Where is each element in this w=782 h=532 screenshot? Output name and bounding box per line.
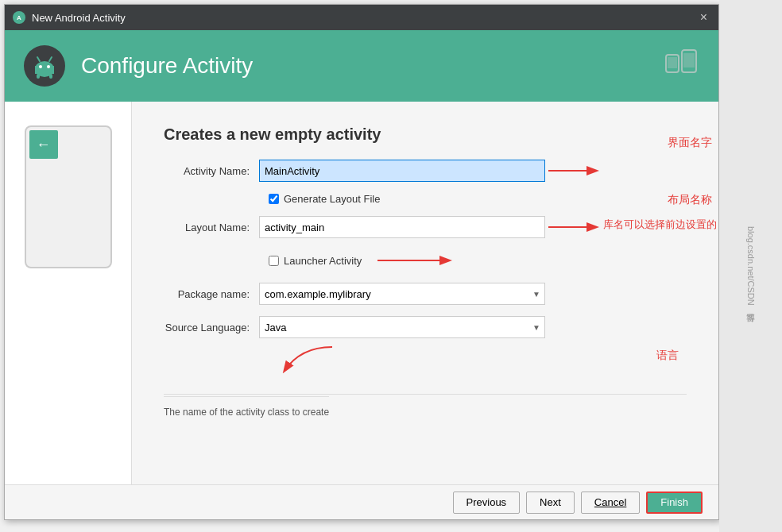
svg-point-5 <box>47 65 50 68</box>
hint-text: The name of the activity class to create <box>164 396 329 418</box>
hint-area: The name of the activity class to create <box>164 394 687 418</box>
ann-language-label: 语言 <box>656 349 679 361</box>
ann-layout-label: 布局名称 <box>668 193 712 206</box>
svg-rect-13 <box>668 57 677 68</box>
close-button[interactable]: × <box>697 10 710 25</box>
svg-rect-8 <box>37 74 40 79</box>
launcher-activity-checkbox-row: Launcher Activity <box>269 249 687 272</box>
package-name-select[interactable]: com.example.mylibrary <box>259 283 545 305</box>
svg-line-7 <box>49 57 52 61</box>
window-title: New Android Activity <box>32 12 697 24</box>
arrow-layout-name <box>548 216 612 238</box>
activity-name-row: Activity Name: <box>164 160 687 182</box>
arrow-interface-name <box>548 160 612 182</box>
svg-rect-3 <box>35 66 54 74</box>
generate-layout-label: Generate Layout File <box>284 193 380 205</box>
source-language-label: Source Language: <box>164 322 259 333</box>
activity-name-input[interactable] <box>259 160 545 182</box>
layout-name-label: Layout Name: <box>164 222 259 233</box>
main-window: A New Android Activity × Configure Activ… <box>4 4 719 520</box>
sidebar: ← <box>5 102 132 484</box>
source-language-select-wrapper: Java Kotlin ▼ <box>259 316 545 338</box>
svg-rect-9 <box>49 74 52 79</box>
form-area: Creates a new empty activity Activity Na… <box>132 102 718 484</box>
content-area: ← Creates a new empty activity Activity … <box>5 102 718 484</box>
finish-button[interactable]: Finish <box>646 492 703 514</box>
watermark-area: blog.csdn.net/CSDN博客 <box>719 0 782 532</box>
arrow-language <box>269 343 428 375</box>
android-logo <box>24 45 65 87</box>
launcher-activity-checkbox[interactable] <box>269 256 279 266</box>
activity-name-label: Activity Name: <box>164 165 259 177</box>
form-section-title: Creates a new empty activity <box>164 125 687 144</box>
window-icon: A <box>13 11 25 24</box>
next-button[interactable]: Next <box>526 492 575 514</box>
svg-rect-11 <box>683 53 695 67</box>
launcher-activity-label: Launcher Activity <box>284 255 362 267</box>
layout-name-input[interactable] <box>259 216 545 238</box>
language-arrow-wrapper <box>269 343 687 378</box>
dialog-footer: Previous Next Cancel Finish <box>5 484 718 519</box>
ann-package: 库名可以选择前边设置的 <box>603 217 717 232</box>
cancel-button[interactable]: Cancel <box>581 492 640 514</box>
generate-layout-checkbox[interactable] <box>269 194 279 204</box>
package-name-select-wrapper: com.example.mylibrary ▼ <box>259 283 545 305</box>
svg-line-6 <box>37 57 40 61</box>
previous-button[interactable]: Previous <box>453 492 521 514</box>
phone-preview: ← <box>25 125 112 268</box>
ann-interface-label: 界面名字 <box>668 136 712 148</box>
back-arrow: ← <box>29 130 58 159</box>
package-name-row: Package name: com.example.mylibrary ▼ <box>164 283 687 305</box>
svg-point-4 <box>39 65 42 68</box>
dialog-header: Configure Activity <box>5 30 718 102</box>
ann-layout-name: 布局名称 <box>668 192 712 207</box>
watermark-text: blog.csdn.net/CSDN博客 <box>745 226 757 306</box>
package-name-label: Package name: <box>164 288 259 300</box>
device-icon <box>660 47 699 85</box>
ann-interface-name: 界面名字 <box>668 135 712 150</box>
generate-layout-checkbox-row: Generate Layout File <box>269 193 687 205</box>
arrow-package <box>377 249 473 272</box>
dialog-title: Configure Activity <box>81 53 660 79</box>
source-language-select[interactable]: Java Kotlin <box>259 316 545 338</box>
source-language-row: Source Language: Java Kotlin ▼ <box>164 316 687 338</box>
title-bar: A New Android Activity × <box>5 5 718 30</box>
svg-text:A: A <box>17 14 21 21</box>
ann-language: 语言 <box>656 348 679 363</box>
ann-package-label: 库名可以选择前边设置的 <box>603 218 717 230</box>
